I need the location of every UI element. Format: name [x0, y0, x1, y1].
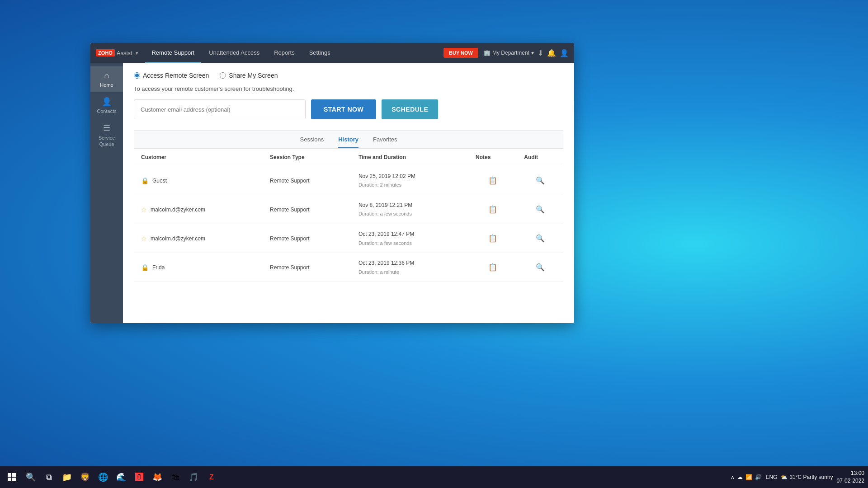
user-icon[interactable]: 👤 — [560, 49, 569, 57]
td-session-type: Remote Support — [263, 224, 351, 253]
td-time: Nov 25, 2019 12:02 PM Duration: 2 minute… — [351, 166, 468, 195]
svg-rect-3 — [12, 478, 16, 481]
taskbar-zoho[interactable]: Z — [203, 469, 220, 485]
contacts-icon: 👤 — [102, 97, 112, 107]
guest-icon: 🔒 — [141, 264, 149, 271]
session-duration: Duration: a few seconds — [359, 239, 461, 248]
tab-sessions[interactable]: Sessions — [300, 136, 324, 148]
td-time: Nov 8, 2019 12:21 PM Duration: a few sec… — [351, 195, 468, 224]
audit-icon[interactable]: 🔍 — [536, 205, 545, 214]
star-icon: ☆ — [141, 235, 147, 242]
td-audit: 🔍 — [517, 166, 563, 195]
taskbar-weather: ⛅ 31°C Partly sunny — [781, 474, 833, 480]
taskbar-sys-icons: ∧ ☁ 📶 🔊 — [731, 474, 762, 480]
audit-icon[interactable]: 🔍 — [536, 263, 545, 272]
product-name: Assist — [117, 50, 132, 56]
td-notes: 📋 — [468, 166, 517, 195]
taskbar-edge[interactable]: 🌊 — [113, 469, 129, 485]
notes-icon[interactable]: 📋 — [488, 263, 497, 272]
th-customer: Customer — [134, 149, 263, 166]
td-notes: 📋 — [468, 195, 517, 224]
sidebar-label-contacts: Contacts — [97, 108, 116, 114]
tab-history[interactable]: History — [338, 136, 359, 148]
taskbar-network-icon: 📶 — [745, 474, 752, 480]
queue-icon: ☰ — [103, 123, 110, 133]
logo-dropdown-arrow[interactable]: ▾ — [136, 51, 138, 56]
table-header-row: Customer Session Type Time and Duration … — [134, 149, 563, 166]
session-time: Nov 25, 2019 12:02 PM — [359, 172, 461, 181]
taskbar-store[interactable]: 🛍 — [167, 469, 184, 485]
taskbar-chrome[interactable]: 🌐 — [95, 469, 111, 485]
notes-icon[interactable]: 📋 — [488, 234, 497, 243]
table-row: 🔒 Frida Remote Support Oct 23, 2019 12:3… — [134, 253, 563, 282]
clock-date: 07-02-2022 — [837, 477, 864, 485]
zoho-brand: ZOHO — [96, 49, 115, 56]
td-customer: ☆ malcolm.d@zyker.com — [134, 195, 263, 224]
nav-unattended-access[interactable]: Unattended Access — [203, 43, 266, 63]
th-notes: Notes — [468, 149, 517, 166]
home-icon: ⌂ — [104, 71, 109, 80]
customer-name: Guest — [152, 178, 167, 184]
session-time: Oct 23, 2019 12:36 PM — [359, 258, 461, 267]
taskbar-language: ENG — [765, 474, 777, 480]
weather-text: 31°C Partly sunny — [789, 474, 833, 480]
taskbar-explorer[interactable]: 📁 — [59, 469, 75, 485]
session-duration: Duration: 2 minutes — [359, 181, 461, 189]
dept-label: My Department — [492, 50, 529, 56]
department-selector[interactable]: 🏢 My Department ▾ — [484, 50, 534, 56]
td-customer: ☆ malcolm.d@zyker.com — [134, 224, 263, 253]
td-session-type: Remote Support — [263, 195, 351, 224]
nav-reports[interactable]: Reports — [268, 43, 301, 63]
nav-remote-support[interactable]: Remote Support — [145, 43, 201, 63]
sidebar-item-service-queue[interactable]: ☰ Service Queue — [90, 118, 123, 152]
taskbar-firefox[interactable]: 🦊 — [149, 469, 165, 485]
radio-share-screen-input[interactable] — [220, 72, 226, 79]
td-session-type: Remote Support — [263, 166, 351, 195]
app-header: ZOHO Assist ▾ Remote Support Unattended … — [90, 43, 574, 63]
notes-icon[interactable]: 📋 — [488, 205, 497, 214]
taskbar-brave[interactable]: 🦁 — [77, 469, 93, 485]
clock-time: 13:00 — [837, 469, 864, 477]
td-notes: 📋 — [468, 253, 517, 282]
action-row: START NOW SCHEDULE — [134, 99, 563, 119]
audit-icon[interactable]: 🔍 — [536, 234, 545, 243]
radio-share-my-screen[interactable]: Share My Screen — [220, 72, 278, 79]
sidebar-item-contacts[interactable]: 👤 Contacts — [90, 92, 123, 118]
schedule-button[interactable]: SCHEDULE — [382, 99, 438, 119]
subtitle-text: To access your remote customer's screen … — [134, 85, 563, 92]
svg-rect-0 — [8, 473, 11, 477]
main-content: Access Remote Screen Share My Screen To … — [123, 63, 574, 323]
sidebar-item-home[interactable]: ⌂ Home — [90, 66, 123, 92]
start-now-button[interactable]: START NOW — [311, 99, 376, 119]
star-icon: ☆ — [141, 206, 147, 213]
nav-settings[interactable]: Settings — [303, 43, 337, 63]
radio-access-remote-screen-input[interactable] — [134, 72, 140, 79]
customer-email-input[interactable] — [134, 99, 306, 119]
radio-access-remote-screen[interactable]: Access Remote Screen — [134, 72, 209, 79]
svg-rect-2 — [8, 478, 11, 481]
td-customer: 🔒 Frida — [134, 253, 263, 282]
td-customer: 🔒 Guest — [134, 166, 263, 195]
taskbar-opera[interactable]: 🅾 — [131, 469, 147, 485]
notification-icon[interactable]: 🔔 — [547, 49, 556, 57]
tab-favorites[interactable]: Favorites — [373, 136, 397, 148]
audit-icon[interactable]: 🔍 — [536, 176, 545, 185]
customer-name: malcolm.d@zyker.com — [151, 235, 205, 242]
sidebar: ⌂ Home 👤 Contacts ☰ Service Queue — [90, 63, 123, 323]
taskbar-task-view[interactable]: ⧉ — [41, 469, 57, 485]
chevron-up-icon[interactable]: ∧ — [731, 474, 735, 480]
taskbar-search[interactable]: 🔍 — [23, 469, 39, 485]
td-time: Oct 23, 2019 12:47 PM Duration: a few se… — [351, 224, 468, 253]
session-time: Nov 8, 2019 12:21 PM — [359, 201, 461, 210]
th-time-duration: Time and Duration — [351, 149, 468, 166]
download-icon[interactable]: ⬇ — [538, 49, 543, 57]
svg-rect-1 — [12, 473, 16, 477]
guest-icon: 🔒 — [141, 177, 149, 184]
buy-now-button[interactable]: BUY NOW — [443, 48, 478, 58]
start-button[interactable] — [4, 469, 20, 485]
radio-group: Access Remote Screen Share My Screen — [134, 72, 563, 79]
taskbar-vlc[interactable]: 🎵 — [185, 469, 202, 485]
customer-name: malcolm.d@zyker.com — [151, 206, 205, 213]
sidebar-label-queue: Service Queue — [93, 135, 120, 148]
notes-icon[interactable]: 📋 — [488, 176, 497, 185]
